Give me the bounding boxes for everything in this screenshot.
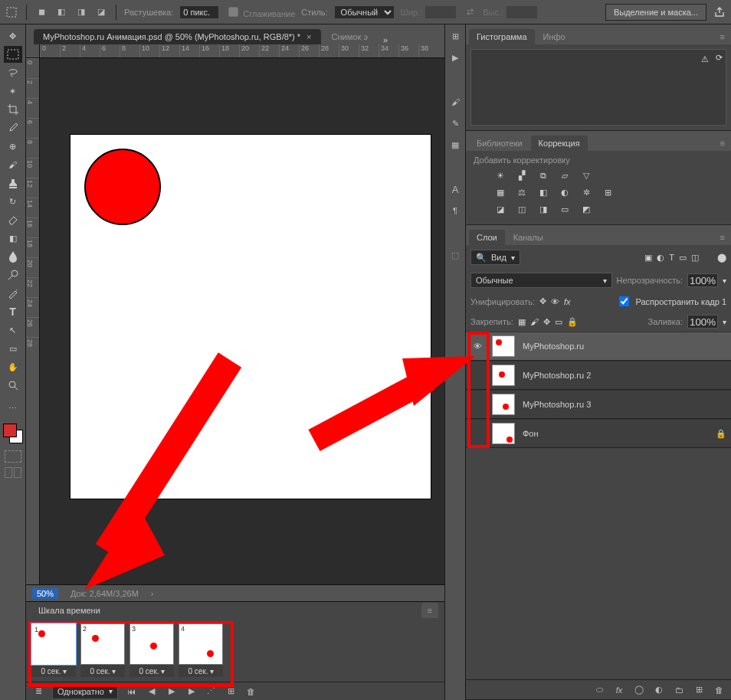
ruler-horizontal[interactable]: 02468101214161820222426283032343638 — [40, 44, 444, 58]
document-tab-active[interactable]: MyPhotoshop.ru Анимация.psd @ 50% (MyPho… — [34, 29, 321, 44]
adjustment-layer-icon[interactable]: ◐ — [653, 684, 665, 696]
selection-sub-icon[interactable]: ◨ — [74, 5, 88, 19]
timeline-tab[interactable]: Шкала времени — [32, 604, 107, 617]
type-tool-icon[interactable]: T — [4, 303, 22, 320]
blend-mode-select[interactable]: Обычные ▾ — [470, 273, 612, 288]
edit-toolbar-icon[interactable]: ⋯ — [4, 400, 22, 417]
layer-item[interactable]: MyPhotoshop.ru 2 — [466, 361, 731, 390]
brush-tool-icon[interactable]: 🖌 — [4, 156, 22, 173]
close-icon[interactable]: × — [306, 32, 311, 41]
layer-item[interactable]: MyPhotoshop.ru 3 — [466, 390, 731, 419]
new-layer-icon[interactable]: ⊞ — [693, 684, 705, 696]
exposure-icon[interactable]: ▱ — [558, 169, 572, 182]
layer-thumbnail[interactable] — [492, 335, 515, 357]
bw-icon[interactable]: ◧ — [536, 186, 550, 198]
panel-menu-icon[interactable]: ≡ — [421, 603, 438, 618]
blur-tool-icon[interactable] — [4, 248, 22, 265]
histogram-tab[interactable]: Гистограмма — [469, 29, 535, 44]
select-and-mask-button[interactable]: Выделение и маска... — [605, 4, 706, 21]
adjustments-tab[interactable]: Коррекция — [531, 136, 588, 151]
threshold-icon[interactable]: ◨ — [536, 203, 550, 215]
tabs-overflow-icon[interactable]: » — [383, 35, 388, 44]
magic-wand-tool-icon[interactable]: ✴ — [4, 83, 22, 100]
filter-image-icon[interactable]: ▣ — [644, 253, 652, 263]
play-icon[interactable]: ▶ — [166, 685, 178, 698]
move-tool-icon[interactable]: ✥ — [4, 28, 22, 44]
lookup-icon[interactable]: ⊞ — [601, 186, 615, 198]
mask-icon[interactable]: ◯ — [633, 684, 645, 696]
prev-frame-icon[interactable]: ◀ — [146, 685, 158, 698]
frame-delay[interactable]: 0 сек. ▾ — [80, 665, 125, 677]
photo-filter-icon[interactable]: ◐ — [558, 186, 572, 198]
lasso-tool-icon[interactable] — [4, 64, 22, 81]
marquee-tool[interactable] — [4, 46, 22, 63]
lock-all-icon[interactable]: 🔒 — [567, 317, 578, 327]
fill-input[interactable] — [687, 315, 718, 329]
screen-mode-icon[interactable] — [5, 467, 21, 478]
filter-toggle-icon[interactable]: ⬤ — [717, 253, 726, 263]
layer-filter-kind[interactable]: 🔍 Вид ▾ — [470, 250, 520, 265]
lock-pixels-icon[interactable]: ▦ — [518, 317, 526, 327]
hue-icon[interactable]: ▦ — [493, 186, 507, 198]
eyedropper-tool-icon[interactable] — [4, 119, 22, 136]
panel-menu-icon[interactable]: ≡ — [714, 29, 731, 44]
lock-position-icon[interactable]: ✥ — [543, 317, 550, 327]
info-tab[interactable]: Инфо — [536, 29, 573, 44]
eraser-tool-icon[interactable] — [4, 211, 22, 228]
fx-icon[interactable]: fx — [613, 684, 625, 696]
libraries-tab[interactable]: Библиотеки — [469, 136, 530, 151]
layer-item[interactable]: Фон🔒 — [466, 419, 731, 448]
warning-icon[interactable]: ⚠ — [701, 54, 709, 64]
visibility-toggle[interactable]: 👁 — [470, 342, 484, 351]
brightness-icon[interactable]: ☀ — [493, 169, 507, 182]
zoom-tool-icon[interactable] — [4, 377, 22, 394]
filter-smart-icon[interactable]: ◫ — [691, 253, 699, 263]
first-frame-icon[interactable]: ⏮ — [126, 685, 138, 698]
delete-frame-icon[interactable]: 🗑 — [245, 685, 257, 698]
filter-shape-icon[interactable]: ▭ — [679, 253, 687, 263]
zoom-level[interactable]: 50% — [32, 588, 58, 599]
unify-style-icon[interactable]: fx — [564, 297, 571, 306]
color-swatches[interactable] — [2, 423, 24, 444]
opacity-input[interactable] — [687, 273, 718, 287]
vibrance-icon[interactable]: ▽ — [579, 169, 593, 182]
share-icon[interactable] — [713, 5, 726, 19]
dock-play-icon[interactable]: ▶ — [448, 51, 462, 64]
timeline-frame[interactable]: 20 сек. ▾ — [80, 623, 126, 677]
unify-position-icon[interactable]: ✥ — [539, 296, 546, 306]
dock-para-icon[interactable]: ¶ — [448, 204, 462, 218]
chevron-right-icon[interactable]: › — [151, 589, 154, 598]
tween-icon[interactable]: ⋰ — [205, 685, 218, 698]
posterize-icon[interactable]: ◫ — [515, 203, 529, 215]
history-brush-tool-icon[interactable]: ↻ — [4, 193, 22, 210]
next-frame-icon[interactable]: ▶ — [185, 685, 198, 698]
levels-icon[interactable]: ▞ — [515, 169, 529, 182]
ruler-vertical[interactable]: 0246810121416182022242628 — [26, 58, 40, 584]
crop-tool-icon[interactable] — [4, 101, 22, 118]
group-icon[interactable]: 🗀 — [673, 684, 685, 696]
unify-visibility-icon[interactable]: 👁 — [551, 297, 559, 306]
gradient-tool-icon[interactable]: ◧ — [4, 230, 22, 247]
invert-icon[interactable]: ◪ — [493, 203, 507, 215]
curves-icon[interactable]: ⧉ — [536, 169, 550, 182]
timeline-menu-icon[interactable]: ≣ — [32, 685, 44, 698]
document-tab-inactive[interactable]: Снимок э — [323, 29, 377, 44]
filter-adjust-icon[interactable]: ◐ — [657, 253, 664, 263]
delete-layer-icon[interactable]: 🗑 — [713, 684, 725, 696]
selection-intersect-icon[interactable]: ◪ — [94, 5, 108, 19]
timeline-frame[interactable]: 30 сек. ▾ — [129, 623, 175, 677]
refresh-icon[interactable]: ⟳ — [716, 53, 723, 63]
dock-3d-icon[interactable]: ⬚ — [448, 248, 462, 262]
gradient-map-icon[interactable]: ▭ — [558, 203, 572, 215]
heal-tool-icon[interactable]: ⊕ — [4, 138, 22, 155]
selection-new-icon[interactable]: ◼ — [34, 5, 48, 19]
quick-mask-icon[interactable] — [5, 450, 21, 463]
dock-brush-settings-icon[interactable]: ✎ — [448, 116, 462, 130]
layer-thumbnail[interactable] — [492, 423, 515, 444]
dock-swatches-icon[interactable]: ▦ — [448, 138, 462, 152]
new-frame-icon[interactable]: ⊞ — [225, 685, 238, 698]
dodge-tool-icon[interactable] — [4, 267, 22, 283]
lock-paint-icon[interactable]: 🖌 — [530, 317, 539, 326]
hand-tool-icon[interactable]: ✋ — [4, 358, 22, 375]
lock-artboard-icon[interactable]: ▭ — [555, 317, 562, 327]
